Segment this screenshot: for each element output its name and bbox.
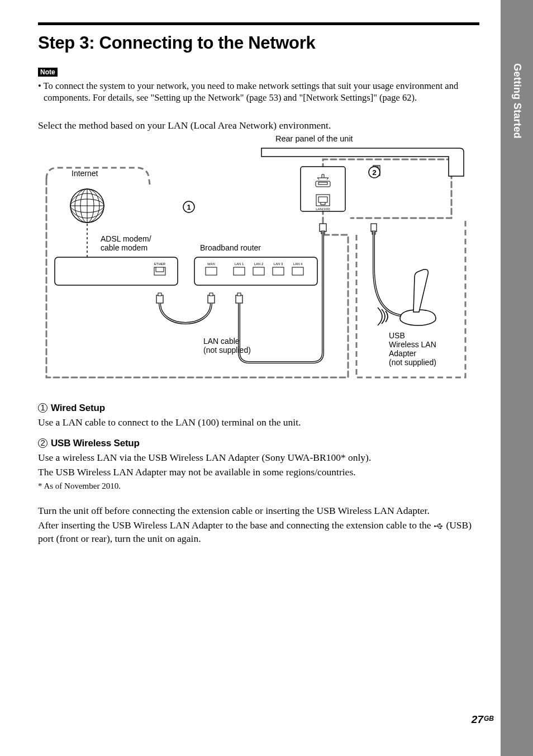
usb-icon xyxy=(434,521,444,531)
svg-point-42 xyxy=(440,528,441,530)
page-num-value: 27 xyxy=(472,714,483,725)
modem-label-1: ADSL modem/ xyxy=(101,234,151,243)
connection-diagram: LAN(100) 1 2 Internet xyxy=(38,145,474,386)
modem-label-2: cable modem xyxy=(101,243,147,252)
circled-one: 1 xyxy=(38,403,47,413)
tail2a: After inserting the USB Wireless LAN Ada… xyxy=(38,519,434,531)
tail-para-2: After inserting the USB Wireless LAN Ada… xyxy=(38,519,479,545)
heading-rule xyxy=(38,22,479,25)
svg-text:LAN 2: LAN 2 xyxy=(254,262,264,266)
rj45-plug xyxy=(236,293,242,303)
lan-cable-label-2: (not supplied) xyxy=(203,346,251,355)
circled-two: 2 xyxy=(38,438,47,448)
router-box: WAN LAN 1 LAN 2 LAN 3 LAN 4 xyxy=(194,257,317,285)
svg-text:LAN 3: LAN 3 xyxy=(274,262,283,266)
svg-text:1: 1 xyxy=(187,203,191,211)
side-tab: Getting Started xyxy=(501,0,533,756)
tail-para-1: Turn the unit off before connecting the … xyxy=(38,504,479,517)
svg-rect-41 xyxy=(439,524,440,525)
svg-text:2: 2 xyxy=(372,168,376,177)
rj45-plug xyxy=(156,293,163,303)
usb-wlan-adapter xyxy=(400,270,436,325)
rear-panel: LAN(100) xyxy=(261,148,464,211)
router-label: Broadband router xyxy=(200,243,261,252)
svg-rect-19 xyxy=(55,257,178,285)
svg-text:WAN: WAN xyxy=(207,262,215,266)
usb-line2: The USB Wireless LAN Adapter may not be … xyxy=(38,466,479,479)
wired-setup-block: 1Wired Setup Use a LAN cable to connect … xyxy=(38,403,479,429)
callout-1: 1 xyxy=(183,201,194,212)
lan100-label: LAN(100) xyxy=(316,207,330,211)
usb-label-1: USB xyxy=(389,331,405,340)
lan-cable-label-1: LAN cable xyxy=(203,337,240,346)
page-region: GB xyxy=(484,715,494,722)
callout-2: 2 xyxy=(369,167,380,178)
wired-title: Wired Setup xyxy=(51,403,105,413)
usb-label-3: Adapter xyxy=(389,349,416,358)
intro-text: Select the method based on your LAN (Loc… xyxy=(38,119,479,132)
usb-line1: Use a wireless LAN via the USB Wireless … xyxy=(38,451,479,464)
page-content: Step 3: Connecting to the Network Note •… xyxy=(38,22,479,547)
page-number: 27GB xyxy=(472,714,494,726)
page-title: Step 3: Connecting to the Network xyxy=(38,33,479,53)
svg-text:ETHER: ETHER xyxy=(154,262,166,266)
svg-text:LAN 4: LAN 4 xyxy=(293,262,303,266)
note-label: Note xyxy=(38,68,58,77)
usb-label-4: (not supplied) xyxy=(389,358,436,367)
diagram: Rear panel of the unit xyxy=(38,134,479,386)
internet-label: Internet xyxy=(72,169,98,178)
usb-setup-block: 2USB Wireless Setup Use a wireless LAN v… xyxy=(38,438,479,492)
diagram-top-caption: Rear panel of the unit xyxy=(275,134,479,143)
usb-title: USB Wireless Setup xyxy=(51,438,140,448)
wired-text: Use a LAN cable to connect to the LAN (1… xyxy=(38,416,479,429)
svg-rect-22 xyxy=(194,257,317,285)
globe-icon xyxy=(70,189,104,223)
usb-label-2: Wireless LAN xyxy=(389,340,436,349)
rj45-plug xyxy=(208,293,215,303)
note-text: • To connect the system to your network,… xyxy=(38,80,479,103)
wired-heading: 1Wired Setup xyxy=(38,403,479,414)
usb-footnote: * As of November 2010. xyxy=(38,481,479,492)
svg-marker-40 xyxy=(441,526,442,528)
usb-heading: 2USB Wireless Setup xyxy=(38,438,479,449)
modem-box: ETHER xyxy=(55,257,178,285)
side-tab-label: Getting Started xyxy=(511,63,523,139)
svg-text:LAN 1: LAN 1 xyxy=(235,262,244,266)
